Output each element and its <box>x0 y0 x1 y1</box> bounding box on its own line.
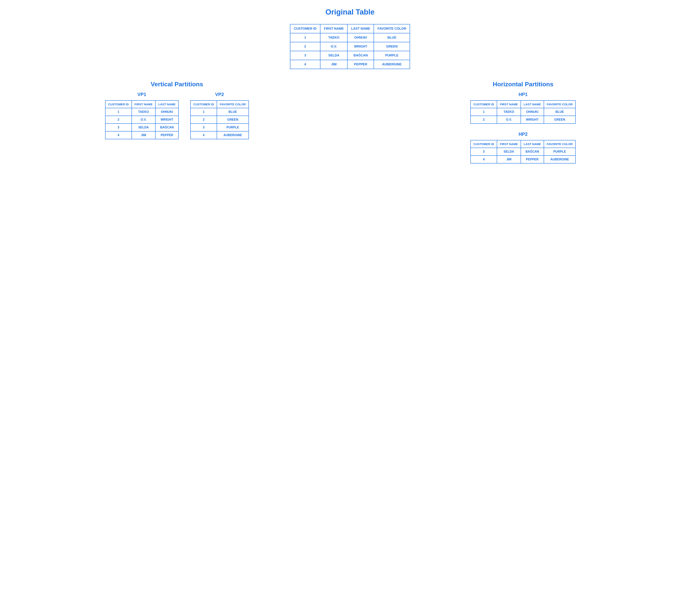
cell-last: OHNUKI <box>156 108 179 116</box>
cell-color: AUBERGINE <box>544 156 576 163</box>
cell-first: O.V. <box>132 116 156 123</box>
table-row: 3 SELDA BAĞCAN PURPLE <box>471 148 576 156</box>
cell-id: 4 <box>471 156 497 163</box>
vp1-col-first-name: FIRST NAME <box>132 100 156 108</box>
vp1-col-customer-id: CUSTOMER ID <box>105 100 132 108</box>
cell-id: 2 <box>471 116 497 123</box>
cell-color: PURPLE <box>374 51 410 60</box>
hp1-col-favorite-color: FAVORITE COLOR <box>544 100 576 108</box>
cell-id: 1 <box>471 108 497 116</box>
vp2-col-customer-id: CUSTOMER ID <box>191 100 217 108</box>
hp1-col-first-name: FIRST NAME <box>497 100 521 108</box>
table-row: 1 TAEKO OHNUKI BLUE <box>471 108 576 116</box>
vp2-block: VP2 CUSTOMER ID FAVORITE COLOR 1 BLUE 2 … <box>190 92 249 139</box>
table-row: 3 SELDA BAĞCAN PURPLE <box>290 51 410 60</box>
vp2-title: VP2 <box>215 92 224 97</box>
horizontal-section: Horizontal Partitions HP1 CUSTOMER ID FI… <box>350 81 696 171</box>
table-row: 2 GREEN <box>191 116 248 123</box>
cell-id: 3 <box>290 51 320 60</box>
vertical-title: Vertical Partitions <box>151 81 203 88</box>
cell-first: TAEKO <box>132 108 156 116</box>
cell-last: BAĞCAN <box>521 148 544 156</box>
horizontal-title: Horizontal Partitions <box>493 81 554 88</box>
col-header-last-name: LAST NAME <box>347 24 374 33</box>
vp1-title: VP1 <box>137 92 146 97</box>
cell-color: GREEN <box>217 116 248 123</box>
hp2-col-last-name: LAST NAME <box>521 140 544 148</box>
cell-first: SELDA <box>132 123 156 131</box>
cell-id: 1 <box>191 108 217 116</box>
table-row: 4 JIM PEPPER AUBERGINE <box>290 60 410 69</box>
hp2-table: CUSTOMER ID FIRST NAME LAST NAME FAVORIT… <box>470 140 576 164</box>
cell-color: BLUE <box>217 108 248 116</box>
col-header-favorite-color: FAVORITE COLOR <box>374 24 410 33</box>
cell-id: 3 <box>191 123 217 131</box>
cell-id: 2 <box>105 116 132 123</box>
table-row: 3 PURPLE <box>191 123 248 131</box>
table-row: 1 TAEKO OHNUKI <box>105 108 179 116</box>
cell-last: WRIGHT <box>521 116 544 123</box>
table-row: 2 O.V. WRIGHT GREEN <box>471 116 576 123</box>
cell-last: PEPPER <box>347 60 374 69</box>
hp1-title: HP1 <box>518 92 527 97</box>
original-section: Original Table CUSTOMER ID FIRST NAME LA… <box>4 8 696 69</box>
cell-id: 4 <box>105 131 132 139</box>
col-header-first-name: FIRST NAME <box>320 24 347 33</box>
cell-color: BLUE <box>544 108 576 116</box>
partitions-row: Vertical Partitions VP1 CUSTOMER ID FIRS… <box>4 81 696 171</box>
cell-last: OHNUKI <box>521 108 544 116</box>
cell-first: TAEKO <box>320 33 347 42</box>
vp2-table: CUSTOMER ID FAVORITE COLOR 1 BLUE 2 GREE… <box>190 100 249 139</box>
table-row: 4 JIM PEPPER <box>105 131 179 139</box>
cell-color: GREEN <box>374 42 410 51</box>
hp1-block: HP1 CUSTOMER ID FIRST NAME LAST NAME FAV… <box>470 92 576 124</box>
cell-id: 3 <box>471 148 497 156</box>
table-row: 1 TAEKO OHNUKI BLUE <box>290 33 410 42</box>
hp2-col-favorite-color: FAVORITE COLOR <box>544 140 576 148</box>
cell-color: PURPLE <box>544 148 576 156</box>
cell-last: BAĞCAN <box>347 51 374 60</box>
table-row: 2 O.V. WRIGHT GREEN <box>290 42 410 51</box>
hp1-table: CUSTOMER ID FIRST NAME LAST NAME FAVORIT… <box>470 100 576 124</box>
cell-first: TAEKO <box>497 108 521 116</box>
hp1-col-last-name: LAST NAME <box>521 100 544 108</box>
cell-first: JIM <box>497 156 521 163</box>
col-header-customer-id: CUSTOMER ID <box>290 24 320 33</box>
cell-id: 4 <box>191 131 217 139</box>
cell-last: WRIGHT <box>156 116 179 123</box>
cell-id: 3 <box>105 123 132 131</box>
table-row: 3 SELDA BAĞCAN <box>105 123 179 131</box>
vp1-block: VP1 CUSTOMER ID FIRST NAME LAST NAME 1 T… <box>105 92 179 139</box>
vp1-col-last-name: LAST NAME <box>156 100 179 108</box>
cell-last: OHNUKI <box>347 33 374 42</box>
vp2-col-favorite-color: FAVORITE COLOR <box>217 100 248 108</box>
table-row: 4 JIM PEPPER AUBERGINE <box>471 156 576 163</box>
hp2-col-customer-id: CUSTOMER ID <box>471 140 497 148</box>
vertical-section: Vertical Partitions VP1 CUSTOMER ID FIRS… <box>4 81 350 139</box>
cell-color: BLUE <box>374 33 410 42</box>
cell-id: 4 <box>290 60 320 69</box>
cell-id: 1 <box>290 33 320 42</box>
hp2-title: HP2 <box>518 131 527 137</box>
table-row: 1 BLUE <box>191 108 248 116</box>
cell-last: PEPPER <box>156 131 179 139</box>
cell-first: SELDA <box>497 148 521 156</box>
table-row: 2 O.V. WRIGHT <box>105 116 179 123</box>
cell-id: 1 <box>105 108 132 116</box>
cell-first: O.V. <box>497 116 521 123</box>
table-row: 4 AUBERGINE <box>191 131 248 139</box>
original-table: CUSTOMER ID FIRST NAME LAST NAME FAVORIT… <box>290 24 410 69</box>
cell-last: BAĞCAN <box>156 123 179 131</box>
cell-color: PURPLE <box>217 123 248 131</box>
cell-color: GREEN <box>544 116 576 123</box>
cell-id: 2 <box>290 42 320 51</box>
hp1-col-customer-id: CUSTOMER ID <box>471 100 497 108</box>
cell-last: PEPPER <box>521 156 544 163</box>
cell-first: O.V. <box>320 42 347 51</box>
page-title: Original Table <box>325 8 375 16</box>
cell-id: 2 <box>191 116 217 123</box>
vp-row: VP1 CUSTOMER ID FIRST NAME LAST NAME 1 T… <box>4 92 350 139</box>
hp2-block: HP2 CUSTOMER ID FIRST NAME LAST NAME FAV… <box>470 131 576 164</box>
cell-first: JIM <box>320 60 347 69</box>
cell-first: SELDA <box>320 51 347 60</box>
